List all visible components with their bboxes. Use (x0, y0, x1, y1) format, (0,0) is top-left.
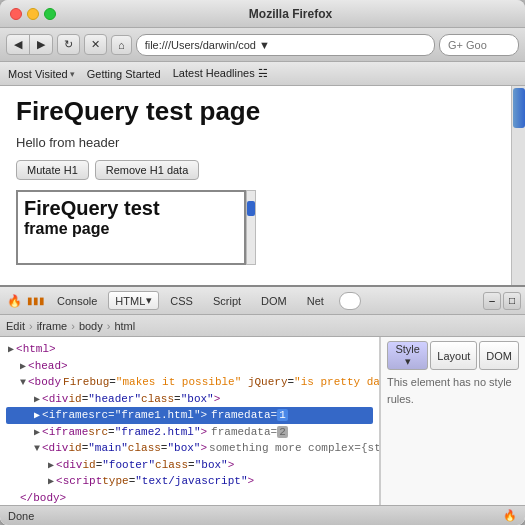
firebug-icon[interactable]: 🔥 (4, 291, 24, 311)
nav-bar: ◀ ▶ ↻ ✕ ⌂ (0, 28, 525, 62)
close-button[interactable] (10, 8, 22, 20)
breadcrumb-bar: Edit › iframe › body › html (0, 315, 525, 337)
url-bar[interactable] (136, 34, 435, 56)
back-button[interactable]: ◀ (7, 35, 30, 54)
toggle-iframe2[interactable]: ▶ (34, 425, 40, 440)
tree-row-iframe2[interactable]: ▶ <iframe src="frame2.html" > framedata=… (6, 424, 373, 441)
traffic-lights (10, 8, 56, 20)
script-tab[interactable]: Script (204, 292, 250, 310)
tree-row-html[interactable]: ▶ <html> (6, 341, 373, 358)
iframe-subtitle: frame page (24, 220, 238, 238)
tree-row-footer-div[interactable]: ▶ <div id="footer" class="box" > (6, 457, 373, 474)
content-area: FireQuery test page Hello from header Mu… (0, 86, 525, 525)
browser-window: Mozilla Firefox ◀ ▶ ↻ ✕ ⌂ Most Visited ▾… (0, 0, 525, 525)
tree-row-head[interactable]: ▶ <head> (6, 358, 373, 375)
mutate-h1-button[interactable]: Mutate H1 (16, 160, 89, 180)
bookmark-getting-started[interactable]: Getting Started (87, 68, 161, 80)
tree-row-body[interactable]: ▼ <body Firebug="makes it possible" jQue… (6, 374, 373, 391)
breadcrumb-edit[interactable]: Edit (6, 320, 25, 332)
breadcrumb-iframe[interactable]: iframe (37, 320, 68, 332)
bookmark-latest-headlines[interactable]: Latest Headlines ☵ (173, 67, 268, 80)
toggle-script[interactable]: ▶ (48, 474, 54, 489)
layout-tab[interactable]: Layout (430, 341, 477, 370)
style-tab[interactable]: Style ▾ (387, 341, 428, 370)
devtools-collapse-button[interactable]: – (483, 292, 501, 310)
toggle-head[interactable]: ▶ (20, 359, 26, 374)
devtools-toolbar: 🔥 ▮▮▮ Console HTML ▾ CSS Script DOM Net … (0, 287, 525, 315)
tree-row-iframe1[interactable]: ▶ <iframe src="frame1.html" > framedata=… (6, 407, 373, 424)
dom-tab[interactable]: DOM (252, 292, 296, 310)
stop-button[interactable]: ✕ (84, 34, 107, 55)
css-tab[interactable]: CSS (161, 292, 202, 310)
tree-row-script[interactable]: ▶ <script type="text/javascript" > (6, 473, 373, 490)
page-content: FireQuery test page Hello from header Mu… (0, 86, 511, 285)
devtools-end-buttons: – □ (483, 292, 521, 310)
breadcrumb-separator-3: › (107, 320, 111, 332)
search-bar[interactable] (439, 34, 519, 56)
tree-row-header-div[interactable]: ▶ <div id="header" class="box" > (6, 391, 373, 408)
status-bar: Done 🔥 (0, 505, 525, 525)
bookmark-most-visited[interactable]: Most Visited ▾ (8, 68, 75, 80)
nav-arrows: ◀ ▶ (6, 34, 53, 55)
toggle-iframe1[interactable]: ▶ (34, 408, 40, 423)
no-style-text: This element has no style rules. (387, 374, 519, 407)
maximize-button[interactable] (44, 8, 56, 20)
breadcrumb-html[interactable]: html (114, 320, 135, 332)
window-title: Mozilla Firefox (66, 7, 515, 21)
toggle-footer-div[interactable]: ▶ (48, 458, 54, 473)
breadcrumb-body[interactable]: body (79, 320, 103, 332)
devtools-search-input[interactable] (339, 292, 361, 310)
status-icon: 🔥 (503, 509, 517, 522)
browser-content: FireQuery test page Hello from header Mu… (0, 86, 525, 525)
toggle-body[interactable]: ▼ (20, 375, 26, 390)
page-subtitle: Hello from header (16, 135, 495, 150)
bookmarks-bar: Most Visited ▾ Getting Started Latest He… (0, 62, 525, 86)
toggle-header-div[interactable]: ▶ (34, 392, 40, 407)
devtools-content: ▶ <html> ▶ <head> ▼ <body Firebug="makes… (0, 337, 525, 505)
dom-styles-tab[interactable]: DOM (479, 341, 519, 370)
iframe-preview: FireQuery test frame page (16, 190, 246, 265)
devtools-panel: 🔥 ▮▮▮ Console HTML ▾ CSS Script DOM Net … (0, 285, 525, 505)
toggle-html[interactable]: ▶ (8, 342, 14, 357)
tree-row-main-div[interactable]: ▼ <div id="main" class="box" > something… (6, 440, 373, 457)
iframe-title: FireQuery test (24, 196, 238, 220)
title-bar: Mozilla Firefox (0, 0, 525, 28)
breadcrumb-separator-1: › (29, 320, 33, 332)
forward-button[interactable]: ▶ (30, 35, 52, 54)
home-button[interactable]: ⌂ (111, 35, 132, 55)
scrollbar-thumb[interactable] (513, 88, 525, 128)
button-row: Mutate H1 Remove H1 data (16, 160, 495, 180)
chevron-down-icon: ▾ (70, 69, 75, 79)
html-tree-pane[interactable]: ▶ <html> ▶ <head> ▼ <body Firebug="makes… (0, 337, 380, 505)
remove-h1-data-button[interactable]: Remove H1 data (95, 160, 200, 180)
bookmark-label: Getting Started (87, 68, 161, 80)
bookmark-label: Latest Headlines ☵ (173, 67, 268, 80)
page-scrollbar[interactable] (511, 86, 525, 285)
refresh-button[interactable]: ↻ (57, 34, 80, 55)
devtools-detach-button[interactable]: □ (503, 292, 521, 310)
iframe-scrollbar[interactable] (246, 190, 256, 265)
page-title: FireQuery test page (16, 96, 495, 127)
html-tab[interactable]: HTML ▾ (108, 291, 159, 310)
iframe-scrollbar-thumb[interactable] (247, 201, 255, 216)
status-text: Done (8, 510, 34, 522)
console-tab[interactable]: Console (48, 292, 106, 310)
page-with-scrollbar: FireQuery test page Hello from header Mu… (0, 86, 525, 285)
bookmark-label: Most Visited (8, 68, 68, 80)
minimize-button[interactable] (27, 8, 39, 20)
bar-chart-icon[interactable]: ▮▮▮ (26, 291, 46, 311)
styles-pane: Style ▾ Layout DOM This element has no s… (380, 337, 525, 505)
tree-row-close-body[interactable]: </body> (6, 490, 373, 506)
breadcrumb-separator-2: › (71, 320, 75, 332)
iframe-preview-container: FireQuery test frame page (16, 190, 495, 265)
styles-toolbar: Style ▾ Layout DOM (387, 341, 519, 370)
toggle-main-div[interactable]: ▼ (34, 441, 40, 456)
net-tab[interactable]: Net (298, 292, 333, 310)
